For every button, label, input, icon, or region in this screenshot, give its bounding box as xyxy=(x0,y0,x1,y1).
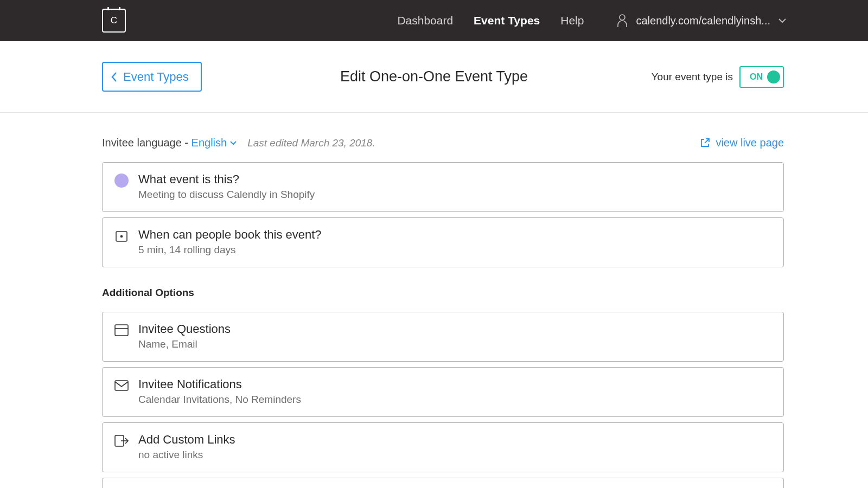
invitee-language-label: Invitee language - xyxy=(102,137,192,149)
chevron-down-icon xyxy=(230,141,237,145)
section-subtitle: Name, Email xyxy=(138,338,231,350)
svg-rect-5 xyxy=(115,381,128,390)
view-live-page-link[interactable]: view live page xyxy=(700,137,784,149)
primary-cards: What event is this? Meeting to discuss C… xyxy=(102,162,784,267)
subheader: Event Types Edit One-on-One Event Type Y… xyxy=(0,41,868,113)
nav-event-types[interactable]: Event Types xyxy=(474,14,540,27)
svg-rect-3 xyxy=(115,325,128,336)
section-title: What event is this? xyxy=(138,172,315,187)
section-when-book[interactable]: When can people book this event? 5 min, … xyxy=(102,217,784,267)
section-subtitle: Meeting to discuss Calendly in Shopify xyxy=(138,189,315,201)
section-invitee-questions[interactable]: Invitee Questions Name, Email xyxy=(102,312,784,362)
event-type-on-toggle[interactable]: ON xyxy=(739,66,784,88)
last-edited-label: Last edited March 23, 2018. xyxy=(247,137,375,149)
view-live-page-label: view live page xyxy=(716,137,784,149)
external-link-icon xyxy=(700,138,710,148)
nav-dashboard[interactable]: Dashboard xyxy=(397,14,453,27)
back-to-event-types-button[interactable]: Event Types xyxy=(102,62,202,92)
section-subtitle: Calendar Invitations, No Reminders xyxy=(138,394,301,406)
section-title: Add Custom Links xyxy=(138,433,235,447)
brand-logo[interactable]: C xyxy=(102,9,126,33)
back-button-label: Event Types xyxy=(123,70,189,84)
section-title: Invitee Notifications xyxy=(138,377,301,391)
calendar-day-icon xyxy=(114,229,129,243)
page-title: Edit One-on-One Event Type xyxy=(340,68,528,85)
color-dot-icon xyxy=(114,174,129,188)
additional-options-label: Additional Options xyxy=(102,287,784,299)
account-menu[interactable]: calendly.com/calendlyinsh... xyxy=(616,14,787,28)
form-icon xyxy=(114,323,129,337)
toggle-prefix-label: Your event type is xyxy=(652,71,733,83)
topbar: C Dashboard Event Types Help calendly.co… xyxy=(0,0,868,41)
content: Invitee language - English Last edited M… xyxy=(0,113,868,488)
toggle-state-label: ON xyxy=(750,72,763,82)
brand-logo-letter: C xyxy=(111,15,117,26)
invitee-language-value: English xyxy=(192,137,227,149)
invitee-language-wrapper: Invitee language - English xyxy=(102,137,237,149)
additional-cards: Invitee Questions Name, Email Invitee No… xyxy=(102,312,784,488)
svg-point-2 xyxy=(120,235,123,238)
exit-icon xyxy=(114,434,129,448)
section-what-event[interactable]: What event is this? Meeting to discuss C… xyxy=(102,162,784,212)
section-invitee-notifications[interactable]: Invitee Notifications Calendar Invitatio… xyxy=(102,367,784,417)
meta-row: Invitee language - English Last edited M… xyxy=(102,137,784,149)
section-title: Invitee Questions xyxy=(138,322,231,336)
event-type-toggle-group: Your event type is ON xyxy=(652,66,784,88)
chevron-down-icon xyxy=(778,18,787,23)
primary-nav: Dashboard Event Types Help xyxy=(397,14,584,27)
section-collect-payments[interactable]: Collect Payments no payment method xyxy=(102,478,784,488)
invitee-language-select[interactable]: English xyxy=(192,137,237,149)
svg-point-0 xyxy=(620,15,625,20)
chevron-left-icon xyxy=(111,72,118,82)
section-subtitle: 5 min, 14 rolling days xyxy=(138,244,322,256)
mail-icon xyxy=(114,378,129,393)
section-custom-links[interactable]: Add Custom Links no active links xyxy=(102,422,784,472)
user-icon xyxy=(616,14,628,28)
section-title: When can people book this event? xyxy=(138,228,322,242)
nav-help[interactable]: Help xyxy=(560,14,584,27)
account-label: calendly.com/calendlyinsh... xyxy=(636,15,770,27)
toggle-knob xyxy=(767,70,780,84)
section-subtitle: no active links xyxy=(138,449,235,461)
